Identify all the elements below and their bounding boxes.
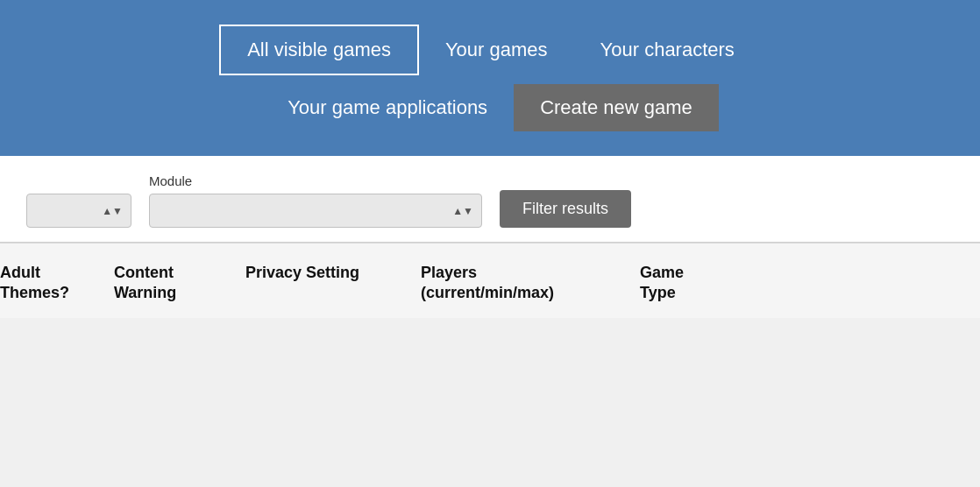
- col-header-adult: Adult Themes?: [0, 263, 105, 304]
- header-nav: All visible games Your games Your charac…: [0, 0, 980, 156]
- tab-your-games[interactable]: Your games: [419, 26, 574, 74]
- nav-row-2: Your game applications Create new game: [35, 84, 945, 131]
- tab-your-game-applications[interactable]: Your game applications: [261, 84, 514, 131]
- filter-select-1[interactable]: [26, 194, 131, 228]
- filter-results-button[interactable]: Filter results: [500, 190, 631, 228]
- table-header: Adult Themes? Content Warning Privacy Se…: [0, 243, 980, 318]
- filter-select-module[interactable]: [149, 194, 482, 228]
- tab-create-new-game[interactable]: Create new game: [514, 84, 719, 131]
- module-label: Module: [149, 173, 482, 188]
- select-wrapper-1: ▲▼: [26, 194, 131, 228]
- select-wrapper-module: ▲▼: [149, 194, 482, 228]
- nav-row-1: All visible games Your games Your charac…: [35, 25, 945, 75]
- filter-group-1: ▲▼: [26, 173, 131, 228]
- tab-all-visible-games[interactable]: All visible games: [219, 25, 419, 75]
- col-header-privacy-setting: Privacy Setting: [237, 263, 412, 283]
- col-header-players: Players (current/min/max): [412, 263, 631, 304]
- filter-label-empty: [26, 173, 131, 188]
- filter-group-module: Module ▲▼: [149, 173, 482, 228]
- col-header-content-warning: Content Warning: [105, 263, 237, 304]
- filters-section: ▲▼ Module ▲▼ Filter results: [0, 156, 980, 242]
- tab-your-characters[interactable]: Your characters: [574, 26, 761, 74]
- col-header-game-type: Game Type: [631, 263, 754, 304]
